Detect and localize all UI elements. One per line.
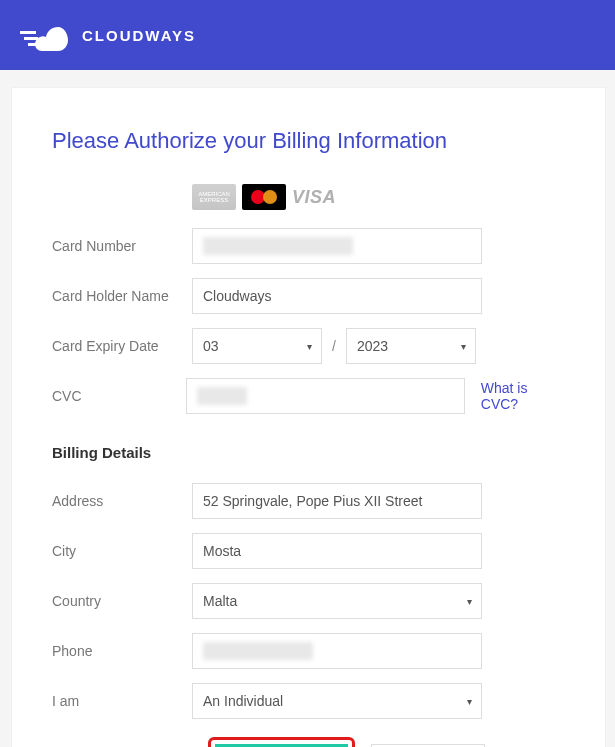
expiry-year-select[interactable]: 2023 xyxy=(346,328,476,364)
address-input[interactable] xyxy=(192,483,482,519)
country-label: Country xyxy=(52,593,192,609)
card-expiry-label: Card Expiry Date xyxy=(52,338,192,354)
iam-select[interactable]: An Individual xyxy=(192,683,482,719)
cloud-icon xyxy=(18,19,72,51)
amex-icon: AMERICANEXPRESS xyxy=(192,184,236,210)
iam-label: I am xyxy=(52,693,192,709)
country-select[interactable]: Malta xyxy=(192,583,482,619)
address-label: Address xyxy=(52,493,192,509)
header: CLOUDWAYS xyxy=(0,0,615,70)
phone-input[interactable] xyxy=(192,633,482,669)
brand-name: CLOUDWAYS xyxy=(82,27,196,44)
cvc-input[interactable] xyxy=(186,378,465,414)
mastercard-icon xyxy=(242,184,286,210)
svg-rect-2 xyxy=(28,43,40,46)
expiry-separator: / xyxy=(332,338,336,354)
brand-logo: CLOUDWAYS xyxy=(18,19,196,51)
authorize-highlight: AUTHORIZE xyxy=(208,737,355,747)
city-input[interactable] xyxy=(192,533,482,569)
page-title: Please Authorize your Billing Informatio… xyxy=(52,128,565,154)
billing-section-title: Billing Details xyxy=(52,444,565,461)
card-holder-label: Card Holder Name xyxy=(52,288,192,304)
card-number-label: Card Number xyxy=(52,238,192,254)
billing-card: Please Authorize your Billing Informatio… xyxy=(12,88,605,747)
cvc-help-link[interactable]: What is CVC? xyxy=(481,380,565,412)
card-brand-logos: AMERICANEXPRESS VISA xyxy=(192,184,565,210)
phone-label: Phone xyxy=(52,643,192,659)
card-number-input[interactable] xyxy=(192,228,482,264)
svg-rect-1 xyxy=(24,37,38,40)
expiry-month-select[interactable]: 03 xyxy=(192,328,322,364)
visa-icon: VISA xyxy=(292,187,336,208)
city-label: City xyxy=(52,543,192,559)
svg-rect-0 xyxy=(20,31,36,34)
cvc-label: CVC xyxy=(52,388,186,404)
card-holder-input[interactable] xyxy=(192,278,482,314)
